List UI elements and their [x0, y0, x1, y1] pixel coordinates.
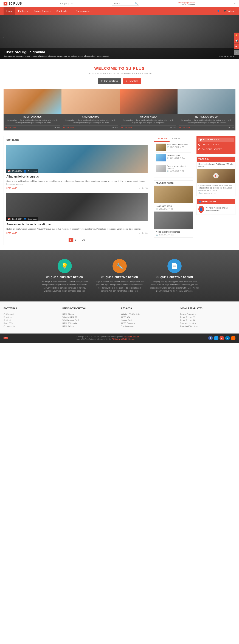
whos-online-section: 👥 WHO'S ONLINE 👤 We have 7 guests and no… — [196, 198, 235, 215]
social-pinterest[interactable]: p — [68, 2, 69, 5]
gpl-link[interactable]: GNU General Public License — [112, 338, 135, 340]
tab-title-1[interactable]: Kara server munst oreet — [167, 144, 188, 146]
footer-link-bootstrap-1[interactable]: Get Started — [4, 313, 59, 315]
nav-home[interactable]: Home — [4, 7, 16, 15]
poll-radio-3[interactable] — [198, 148, 200, 150]
bottom-linkedin[interactable]: in — [225, 336, 230, 340]
footer-link-joomla-1[interactable]: Browse Templates — [180, 313, 235, 315]
video-box-header: VIDEO BOX — [197, 157, 235, 162]
post-views-1: 👁 Hits 263 — [139, 187, 148, 189]
eye-icon-btn: 👁 — [101, 80, 103, 82]
video-thumbnail[interactable]: ▶ — [197, 169, 235, 183]
portfolio-title-3: MISOCIIS NULLA — [121, 116, 176, 118]
eye-f2: 👁 — [168, 234, 170, 236]
nav-shortcodes[interactable]: Shortcodes ▾ — [54, 7, 73, 15]
footer-link-less-4[interactable]: LESS Overview — [121, 322, 177, 324]
footer-link-joomla-2[interactable]: Demo Joomla 2.5 — [180, 316, 235, 318]
smartaddons-link[interactable]: SmartAddOns.Com — [124, 336, 139, 338]
welcome-prefix: WELCOME TO — [94, 66, 125, 71]
hero-sidebar-btn-1[interactable]: ⚡ — [234, 32, 239, 38]
blog-post-image-1: 📅 16 July 2014 👤 Super User — [6, 145, 148, 173]
bottom-facebook[interactable]: f — [208, 336, 213, 340]
hero-sidebar-btn-2[interactable]: 📢 — [234, 38, 239, 44]
hero-sidebar-btn-4[interactable]: ↑ — [234, 50, 239, 55]
explore-arrow: ▾ — [27, 10, 28, 12]
featured-item-2: Netra faucibus eu laoreet 🕐 26.05.2011 👁… — [154, 212, 193, 238]
poll-radio-2[interactable] — [198, 144, 200, 146]
tab-popular[interactable]: POPULAR — [154, 136, 169, 142]
featured-title-1[interactable]: Dapo sace bazun — [156, 205, 191, 207]
language-selector[interactable]: 🏴 English ▾ — [223, 10, 235, 12]
tab-info-2: Biza sima poka 🕐 10.07.2014 👁 458 — [167, 154, 185, 162]
footer-link-joomla-5[interactable]: Download Templates — [180, 325, 235, 327]
footer-link-html5-3[interactable]: W3C Working Draft — [62, 319, 118, 321]
blog-post-2: 📅 17 July 2014 👤 Super User Aenean vehic… — [6, 193, 148, 234]
footer-link-joomla-4[interactable]: Template Updates — [180, 322, 235, 324]
featured-header: FEATURED POSTS — [154, 180, 193, 186]
footer-link-html5-2[interactable]: What is HTML5? — [62, 316, 118, 318]
portfolio-title-2: KRIL PENECTUS — [63, 116, 118, 118]
footer-link-html5-5[interactable]: HTML5 Center — [62, 325, 118, 327]
post-title-1[interactable]: Aliquam lobortis cursus — [6, 175, 148, 178]
portfolio-title-1: RUCI TENNA MES — [5, 116, 60, 118]
footer-link-less-3[interactable]: Source Code — [121, 319, 177, 321]
search-input[interactable] — [114, 2, 135, 5]
footer-link-bootstrap-3[interactable]: Scaffolding — [4, 319, 59, 321]
footer-link-joomla-3[interactable]: Demo Joomla 3.0 — [180, 319, 235, 321]
learn-more-1[interactable]: LEARN MORE — [5, 127, 17, 129]
tab-title-2[interactable]: Biza sima poka — [167, 154, 185, 156]
post-date-1: 16 July 2014 — [12, 170, 22, 172]
footer-link-html5-4[interactable]: HTML5 Tutorials — [62, 322, 118, 324]
read-more-1[interactable]: READ MORE — [6, 187, 17, 189]
tab-latest[interactable]: LATEST — [169, 136, 183, 142]
templates-button[interactable]: 👁 Our Templates — [98, 78, 121, 84]
bottom-bar: YT Copyright © 2014 Sj Plus. All Rights … — [0, 334, 239, 343]
tab-title-3[interactable]: Seni senectus aliquet pretium — [167, 165, 191, 170]
tab-meta-2: 🕐 10.07.2014 👁 458 — [167, 157, 185, 159]
page-1[interactable]: 1 — [69, 238, 73, 242]
footer-link-less-5[interactable]: The Language — [121, 325, 177, 327]
page-end[interactable]: End — [81, 238, 85, 242]
blog-post-1: 📅 16 July 2014 👤 Super User Aliquam lobo… — [6, 145, 148, 189]
clock-icon-2: 🕐 — [167, 157, 169, 159]
social-google-plus[interactable]: g+ — [64, 2, 67, 5]
bottom-rss[interactable]: r — [231, 336, 235, 340]
learn-more-4[interactable]: LEARN MORE — [179, 127, 191, 129]
hero-sidebar-btn-3[interactable]: ✉ — [234, 44, 239, 49]
portfolio-image-1 — [4, 89, 62, 114]
post-title-2[interactable]: Aenean vehicula vehicula aliquam — [6, 223, 148, 226]
poll-item-1: BIZA SIMA POKA — [198, 138, 234, 142]
online-text: We have 7 guests and no members online — [206, 206, 233, 212]
social-facebook[interactable]: f — [60, 2, 61, 5]
eye-icon: 👁 — [230, 55, 232, 57]
bottom-google-plus[interactable]: g — [219, 336, 224, 340]
page-2[interactable]: 2 — [74, 238, 78, 242]
footer-link-bootstrap-5[interactable]: Components — [4, 325, 59, 327]
read-more-2[interactable]: READ MORE — [6, 232, 17, 234]
search-bar[interactable]: 🔍 — [112, 2, 139, 6]
footer-link-less-2[interactable]: LESS Wiki — [121, 316, 177, 318]
nav-explore[interactable]: Explore ▾ — [16, 7, 31, 15]
logo[interactable]: + SJ PLUS — [4, 2, 22, 6]
hamburger-icon[interactable]: ≡ — [233, 2, 235, 6]
download-button[interactable]: ⬇ Download — [123, 78, 141, 84]
footer-link-html5-1[interactable]: HTML5 Logo — [62, 313, 118, 315]
bottom-twitter[interactable]: t — [214, 336, 218, 340]
search-icon: 🔍 — [135, 2, 138, 5]
footer-link-bootstrap-2[interactable]: Download — [4, 316, 59, 318]
social-rss[interactable]: rss — [71, 2, 74, 5]
nav-right: 👤 ▾ 🏴 English ▾ — [217, 10, 235, 12]
featured-title-2[interactable]: Netra faucibus eu laoreet — [156, 231, 191, 233]
footer-link-bootstrap-4[interactable]: Base CSS — [4, 322, 59, 324]
social-twitter[interactable]: t — [62, 2, 63, 5]
footer-col-title-bootstrap: BOOTSTRAP — [4, 307, 17, 311]
learn-more-2[interactable]: LEARN MORE — [63, 127, 75, 129]
user-menu[interactable]: 👤 ▾ — [217, 10, 222, 12]
learn-more-3[interactable]: LEARN MORE — [121, 127, 133, 129]
nav-bonus-pages[interactable]: Bonus pages ▾ — [73, 7, 95, 15]
poll-radio-1[interactable] — [200, 138, 202, 141]
hero-nav-left[interactable]: ← — [3, 35, 6, 39]
nav-joomla-pages[interactable]: Joomla Pages ▾ — [31, 7, 54, 15]
video-play-button[interactable]: ▶ — [213, 173, 219, 178]
footer-link-less-1[interactable]: Official LESS Website — [121, 313, 177, 315]
